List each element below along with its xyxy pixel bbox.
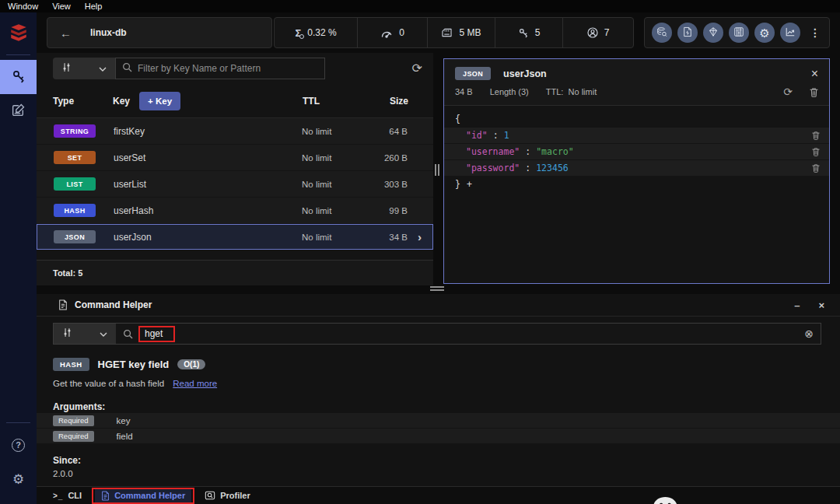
wechat-logo-icon [652, 495, 691, 504]
menu-view[interactable]: View [52, 2, 71, 11]
read-more-link[interactable]: Read more [173, 379, 217, 388]
key-row-userSet[interactable]: SET userSet No limit 260 B [37, 145, 433, 170]
sidebar-item-browser[interactable] [0, 60, 37, 94]
key-row-firstKey[interactable]: STRING firstKey No limit 64 B [37, 118, 433, 144]
type-cell: LIST [54, 177, 114, 191]
slowlog-button[interactable] [677, 23, 698, 43]
ttl-cell: No limit [302, 233, 358, 242]
key-detail-header: JSON userJson × [444, 59, 829, 83]
stat-memory-value: 5 MB [459, 27, 481, 38]
json-colon: : [525, 146, 530, 157]
db-settings-button[interactable]: ⚙ [754, 23, 775, 43]
key-row-userList[interactable]: LIST userList No limit 303 B [37, 171, 433, 197]
ttl-cell: No limit [302, 127, 358, 136]
ttl-cell: No limit [302, 180, 358, 189]
sidebar-item-workbench[interactable] [0, 94, 37, 128]
abacus-icon [733, 26, 744, 40]
size-cell: 64 B [358, 127, 408, 136]
minimize-icon[interactable]: – [794, 300, 800, 310]
tab-command-helper[interactable]: Command Helper [95, 489, 191, 502]
sliders-icon [61, 62, 72, 75]
connected-clients-icon [587, 27, 598, 38]
total-keys-icon [518, 27, 529, 38]
delete-field-icon[interactable] [812, 163, 820, 173]
sidebar: ? ⚙ [0, 12, 37, 504]
more-menu-button[interactable]: ⋮ [810, 26, 821, 39]
json-value: 123456 [536, 163, 569, 173]
arguments-label: Arguments: [53, 401, 821, 412]
search-icon [122, 62, 132, 75]
db-name: linux-db [90, 27, 127, 38]
sidebar-divider-bottom [6, 422, 30, 423]
tab-cli-label: CLI [68, 491, 82, 500]
delete-field-icon[interactable] [812, 131, 820, 140]
annotation-box: Command Helper [92, 488, 194, 504]
clear-search-icon[interactable]: ⊗ [804, 328, 814, 339]
help-button[interactable]: ? [0, 428, 37, 462]
watermark: macrozheng [652, 495, 818, 504]
refresh-keys-icon[interactable]: ⟳ [412, 62, 422, 75]
type-badge: STRING [54, 124, 96, 138]
delete-key-icon[interactable] [810, 87, 818, 97]
key-row-userHash[interactable]: HASH userHash No limit 99 B [37, 198, 433, 223]
menu-help[interactable]: Help [85, 2, 103, 11]
ttl-label: TTL: [546, 87, 564, 96]
command-search-box[interactable]: hget ⊗ [53, 323, 821, 345]
command-filter-dropdown[interactable] [54, 324, 116, 344]
type-badge: SET [54, 151, 96, 164]
type-cell: SET [54, 151, 114, 164]
panel-resize-handle[interactable] [435, 164, 439, 176]
total-keys-label: Total: 5 [37, 260, 433, 285]
key-search-box[interactable] [115, 58, 325, 79]
json-key: "password" [466, 163, 520, 173]
close-icon[interactable]: × [811, 68, 818, 80]
tab-profiler[interactable]: Profiler [205, 490, 250, 501]
ttl-cell: No limit [302, 206, 358, 215]
key-search-input[interactable] [138, 63, 318, 74]
argument-row-field: Required field [37, 429, 840, 443]
filter-type-dropdown[interactable] [53, 58, 115, 79]
sidebar-divider [6, 54, 30, 55]
tab-cli[interactable]: >_ CLI [53, 491, 82, 500]
key-icon [11, 68, 26, 86]
json-field-password[interactable]: "password" : 123456 [444, 160, 829, 176]
command-summary-row: Get the value of a hash field Read more [53, 379, 821, 388]
key-detail-panel: JSON userJson × 34 B Length (3) TTL: No … [443, 58, 830, 284]
settings-button[interactable]: ⚙ [0, 462, 37, 496]
add-field-button[interactable]: + [467, 179, 472, 190]
json-field-username[interactable]: "username" : "macro" [444, 144, 829, 159]
since-label: Since: [53, 455, 821, 466]
column-type: Type [53, 96, 113, 107]
required-badge: Required [53, 431, 94, 442]
db-selector[interactable]: ← linux-db [47, 17, 272, 48]
analysis-tools-button[interactable] [729, 23, 749, 43]
json-colon: : [525, 163, 530, 173]
stat-clients: 7 [562, 18, 633, 47]
stat-clients-value: 7 [604, 27, 610, 38]
stat-memory: 5 MB [427, 18, 495, 47]
back-arrow-icon[interactable]: ← [60, 26, 72, 40]
required-badge: Required [53, 415, 94, 426]
document-icon [58, 299, 68, 310]
key-filter-row: ⟳ [37, 53, 433, 84]
close-icon[interactable]: × [818, 300, 824, 310]
profiler-icon [205, 490, 215, 501]
stat-commands-value: 0 [399, 27, 404, 38]
sidebar-bottom: ? ⚙ [0, 421, 37, 504]
bottom-resize-handle[interactable] [430, 286, 444, 291]
json-field-id[interactable]: "id" : 1 [444, 128, 829, 143]
app-window: Window View Help [0, 0, 840, 504]
add-key-button[interactable]: + Key [139, 92, 180, 110]
analytics-button[interactable] [780, 23, 800, 43]
chevron-right-icon: › [408, 230, 422, 243]
json-key: "username" [466, 146, 520, 157]
command-search-input[interactable]: hget [138, 326, 175, 342]
type-cell: JSON [54, 230, 114, 243]
refresh-key-icon[interactable]: ⟳ [783, 86, 793, 97]
menu-window[interactable]: Window [8, 2, 38, 11]
db-analysis-button[interactable] [652, 23, 672, 43]
pubsub-button[interactable] [703, 23, 723, 43]
key-row-userJson-selected[interactable]: JSON userJson No limit 34 B › [37, 224, 433, 250]
delete-field-icon[interactable] [812, 147, 820, 156]
command-helper-title: Command Helper [75, 299, 152, 310]
